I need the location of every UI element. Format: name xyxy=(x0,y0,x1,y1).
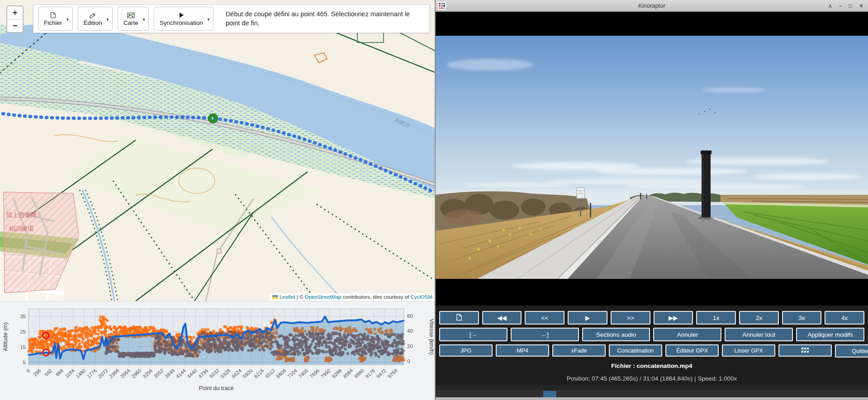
close-window-button[interactable]: ✕ xyxy=(859,3,863,9)
button-1x[interactable]: 1x xyxy=(696,311,736,325)
button-btn[interactable]: << xyxy=(525,311,564,325)
button-label: Appliquer modifs xyxy=(807,331,853,338)
maximize-window-button[interactable]: □ xyxy=(849,3,852,9)
window-title: Kinoraptor xyxy=(436,0,868,12)
button-label: Sections audio xyxy=(596,331,636,338)
button-label: [→ xyxy=(470,331,477,338)
button-label: 1x xyxy=(713,315,719,321)
seek-zone xyxy=(436,385,868,397)
button-label: Concaténation xyxy=(617,348,654,354)
military-area-label-1: 陸上自衛隊 xyxy=(6,212,37,218)
toolbar-button-synchronisation[interactable]: Synchronisation ▼ xyxy=(154,7,213,31)
play-icon xyxy=(179,12,184,19)
map-toolbar: Fichier ▼ Édition ▼ Carte ▼ xyxy=(33,5,430,33)
svg-text:Vitesse (km/h): Vitesse (km/h) xyxy=(428,319,435,355)
minimize-window-button[interactable]: − xyxy=(839,3,842,9)
button-3x[interactable]: 3x xyxy=(782,311,822,325)
button-btn[interactable]: ◀◀ xyxy=(482,311,522,325)
button-label: Annuler xyxy=(677,331,698,338)
button-label: ▶▶ xyxy=(669,314,678,321)
button-annuler[interactable]: Annuler xyxy=(653,328,721,341)
video-frame[interactable] xyxy=(436,36,868,279)
button-diteur-gpx[interactable]: Éditeur GPX xyxy=(665,344,719,357)
toolbar-button-edition[interactable]: Édition ▼ xyxy=(78,7,113,31)
toolbar-button-fichier[interactable]: Fichier ▼ xyxy=(38,7,73,31)
map-attribution: Leaflet | © OpenStreetMap contributors, … xyxy=(270,293,435,301)
altitude-speed-chart[interactable]: 5152535020406002965928881184148017762072… xyxy=(0,301,435,400)
kinoraptor-window: Kinoraptor ∧ − □ ✕ xyxy=(436,0,868,400)
cyclosm-link[interactable]: CyclOSM xyxy=(410,294,432,300)
map-canvas[interactable]: 利根川 xyxy=(0,0,435,301)
button-btn[interactable]: >> xyxy=(611,311,650,325)
button-label: 3x xyxy=(798,315,805,321)
button-grid-icon[interactable] xyxy=(778,344,832,357)
button-2x[interactable]: 2x xyxy=(739,311,779,325)
file-icon xyxy=(50,12,56,19)
map-zoom-out-button[interactable]: − xyxy=(7,19,23,32)
button-xfade[interactable]: xFade xyxy=(552,344,606,357)
svg-text:35: 35 xyxy=(20,314,26,319)
button-jpg[interactable]: JPG xyxy=(439,344,493,357)
button-btn[interactable]: ▶ xyxy=(568,311,607,325)
button-label: ▶ xyxy=(585,314,590,321)
button-label: >> xyxy=(627,315,634,321)
button-concat-nation[interactable]: Concaténation xyxy=(609,344,662,357)
button-mp4[interactable]: MP4 xyxy=(496,344,549,357)
button-label: << xyxy=(541,315,548,321)
ukraine-flag-icon xyxy=(272,295,278,299)
map-zoom-in-button[interactable]: + xyxy=(7,6,23,19)
svg-text:Point du tracé: Point du tracé xyxy=(199,385,233,391)
button-sections-audio[interactable]: Sections audio xyxy=(582,328,650,341)
gpx-editor-panel: 利根川 xyxy=(0,0,435,400)
svg-text:20: 20 xyxy=(407,344,413,349)
button-label: Annuler tout xyxy=(742,331,775,338)
svg-text:15: 15 xyxy=(20,344,26,350)
chevron-down-icon: ▼ xyxy=(106,17,109,21)
chevron-down-icon: ▼ xyxy=(142,17,146,21)
letterbox-bottom xyxy=(436,279,868,306)
toolbar-button-carte[interactable]: Carte ▼ xyxy=(118,7,149,31)
osm-link[interactable]: OpenStreetMap xyxy=(304,294,341,300)
button-btn[interactable]: ▶▶ xyxy=(654,311,693,325)
window-titlebar[interactable]: Kinoraptor ∧ − □ ✕ xyxy=(436,0,868,12)
button-btn[interactable]: ←] xyxy=(511,328,579,341)
svg-text:25: 25 xyxy=(20,329,26,334)
button-label: Éditeur GPX xyxy=(676,348,707,354)
shade-window-button[interactable]: ∧ xyxy=(828,3,832,9)
button-page-icon[interactable] xyxy=(439,311,479,325)
leaflet-link[interactable]: Leaflet xyxy=(280,294,295,300)
toolbar-button-label: Fichier xyxy=(44,19,62,26)
svg-text:0: 0 xyxy=(407,358,410,364)
app-root: 利根川 xyxy=(0,0,868,400)
seek-bar[interactable] xyxy=(436,391,868,397)
letterbox-top xyxy=(436,12,868,36)
button-annuler-tout[interactable]: Annuler tout xyxy=(725,328,793,341)
toolbar-button-label: Carte xyxy=(123,19,138,26)
position-status: Position: 07:45 (465.265s) / 31:04 (1864… xyxy=(439,375,864,382)
button-label: xFade xyxy=(571,348,587,354)
chevron-down-icon: ▼ xyxy=(66,17,70,21)
button-label: Lisser GPX xyxy=(734,348,763,354)
export-row: JPGMP4xFadeConcaténationÉditeur GPXLisse… xyxy=(439,344,864,358)
button-4x[interactable]: 4x xyxy=(825,311,864,325)
window-bottom-border xyxy=(436,397,868,400)
button-label: 4x xyxy=(841,315,848,321)
button-btn[interactable]: [→ xyxy=(439,328,508,341)
button-appliquer-modifs[interactable]: Appliquer modifs xyxy=(796,328,864,341)
seek-thumb[interactable] xyxy=(543,391,556,397)
button-label: MP4 xyxy=(517,348,528,354)
svg-text:40: 40 xyxy=(407,328,413,334)
button-lisser-gpx[interactable]: Lisser GPX xyxy=(722,344,775,357)
player-controls: ◀◀<<▶>>▶▶1x2x3x4x [→←]Sections audioAnnu… xyxy=(436,306,868,385)
chevron-down-icon: ▼ xyxy=(207,17,210,21)
map-tiles: 利根川 xyxy=(0,0,435,301)
toolbar-button-label: Édition xyxy=(84,19,102,26)
quit-button[interactable]: Quitter xyxy=(835,344,868,358)
edit-row: [→←]Sections audioAnnulerAnnuler toutApp… xyxy=(439,328,864,341)
map-icon xyxy=(127,12,135,19)
video-scene xyxy=(436,36,868,279)
attribution-text: | © xyxy=(295,294,304,300)
toolbar-button-label: Synchronisation xyxy=(160,19,203,26)
chart-canvas: 5152535020406002965928881184148017762072… xyxy=(0,301,435,400)
button-label: 2x xyxy=(756,315,762,321)
